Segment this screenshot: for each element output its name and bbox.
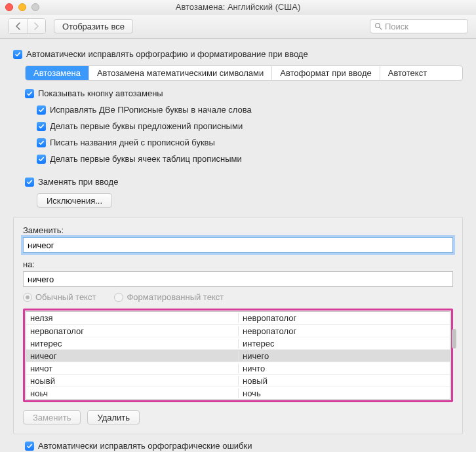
toolbar: Отобразить все Поиск xyxy=(0,14,476,39)
table-row[interactable]: ничотничто xyxy=(26,362,450,374)
svg-line-1 xyxy=(380,28,382,29)
nav-segment xyxy=(8,18,46,34)
table-cell-from: ноьч xyxy=(26,388,238,398)
checkbox-checked-icon xyxy=(37,105,46,115)
tab-autotext[interactable]: Автотекст xyxy=(380,66,435,80)
checkbox-checked-icon xyxy=(13,50,22,59)
replace-on-type-label: Заменять при вводе xyxy=(38,177,118,187)
table-cell-from: ноывй xyxy=(26,376,238,386)
content: Автоматически исправлять орфографию и фо… xyxy=(0,39,476,452)
plain-text-radio: Обычный текст xyxy=(23,292,96,302)
checkbox-checked-icon xyxy=(25,178,34,187)
tab-math-autoreplace[interactable]: Автозамена математическими символами xyxy=(89,66,272,80)
radio-icon xyxy=(114,293,123,302)
radio-icon xyxy=(23,293,32,302)
back-button[interactable] xyxy=(9,19,27,33)
exceptions-button[interactable]: Исключения... xyxy=(37,193,112,208)
tabbar: Автозамена Автозамена математическими си… xyxy=(25,66,463,81)
replacement-table[interactable]: нелзяневропатологнервопатологневропатоло… xyxy=(26,311,450,400)
titlebar: Автозамена: Английский (США) xyxy=(0,0,476,14)
main-autocorrect-label: Автоматически исправлять орфографию и фо… xyxy=(26,49,308,59)
table-cell-to: новый xyxy=(238,376,450,386)
delete-button-label: Удалить xyxy=(97,413,130,423)
table-caps-checkbox[interactable]: Делать первые буквы ячеек таблиц прописн… xyxy=(37,154,463,164)
with-label: на: xyxy=(23,259,453,269)
delete-button[interactable]: Удалить xyxy=(87,410,140,424)
format-radios: Обычный текст Форматированный текст xyxy=(23,292,453,302)
search-placeholder: Поиск xyxy=(385,22,408,31)
replace-input[interactable] xyxy=(23,237,453,253)
sentence-caps-checkbox[interactable]: Делать первые буквы предложений прописны… xyxy=(37,121,463,131)
sentence-caps-label: Делать первые буквы предложений прописны… xyxy=(50,121,243,131)
replace-on-type-checkbox[interactable]: Заменять при вводе xyxy=(25,177,463,187)
table-cell-to: ничего xyxy=(238,351,450,361)
replace-label: Заменить: xyxy=(23,225,453,235)
table-cell-from: нелзя xyxy=(26,313,238,323)
spellcheck-checkbox[interactable]: Автоматически исправлять орфографические… xyxy=(25,441,463,451)
tab-autoformat[interactable]: Автоформат при вводе xyxy=(272,66,380,80)
table-cell-to: невропатолог xyxy=(238,313,450,323)
show-all-label: Отобразить все xyxy=(62,22,125,31)
day-caps-label: Писать названия дней с прописной буквы xyxy=(50,138,215,147)
checkbox-checked-icon xyxy=(37,138,46,147)
window-title: Автозамена: Английский (США) xyxy=(0,2,476,12)
table-cell-to: ночь xyxy=(238,388,450,398)
search-input[interactable]: Поиск xyxy=(370,19,468,33)
table-row[interactable]: ничеогничего xyxy=(26,349,450,362)
forward-button xyxy=(27,19,45,33)
checkbox-checked-icon xyxy=(25,89,34,98)
show-all-button[interactable]: Отобразить все xyxy=(54,19,133,33)
replace-button-label: Заменить xyxy=(33,413,71,423)
main-autocorrect-checkbox-row[interactable]: Автоматически исправлять орфографию и фо… xyxy=(13,49,463,59)
replacement-table-highlight: нелзяневропатологнервопатологневропатоло… xyxy=(23,309,453,402)
plain-text-label: Обычный текст xyxy=(35,292,96,302)
checkbox-checked-icon xyxy=(25,442,34,451)
formatted-text-label: Форматированный текст xyxy=(127,292,224,302)
spellcheck-label: Автоматически исправлять орфографические… xyxy=(38,441,252,451)
table-row[interactable]: нитересинтерес xyxy=(26,337,450,349)
checkbox-checked-icon xyxy=(37,122,46,131)
table-row[interactable]: нервопатологневропатолог xyxy=(26,324,450,337)
two-caps-label: Исправлять ДВе ПРописные буквы в начале … xyxy=(50,105,252,115)
scrollbar-thumb[interactable] xyxy=(452,329,456,348)
checkbox-checked-icon xyxy=(37,155,46,164)
table-cell-to: интерес xyxy=(238,339,450,348)
table-row[interactable]: ноывйновый xyxy=(26,374,450,386)
table-cell-from: нервопатолог xyxy=(26,326,238,336)
table-row[interactable]: ноьчночь xyxy=(26,386,450,399)
table-cell-to: невропатолог xyxy=(238,326,450,336)
table-cell-to: ничто xyxy=(238,364,450,373)
search-icon xyxy=(374,22,382,30)
table-cell-from: нитерес xyxy=(26,339,238,348)
table-cell-from: ничеог xyxy=(26,351,238,361)
two-caps-checkbox[interactable]: Исправлять ДВе ПРописные буквы в начале … xyxy=(37,105,463,115)
table-cell-from: ничот xyxy=(26,364,238,373)
with-input[interactable] xyxy=(23,271,453,287)
formatted-text-radio: Форматированный текст xyxy=(114,292,224,302)
exceptions-label: Исключения... xyxy=(47,196,102,206)
day-caps-checkbox[interactable]: Писать названия дней с прописной буквы xyxy=(37,138,463,147)
tab-autoreplace[interactable]: Автозамена xyxy=(26,66,89,80)
replace-button: Заменить xyxy=(23,410,81,424)
replace-panel: Заменить: на: Обычный текст Форматирован… xyxy=(13,217,463,434)
table-row[interactable]: нелзяневропатолог xyxy=(26,312,450,324)
show-autocorrect-button-checkbox[interactable]: Показывать кнопку автозамены xyxy=(25,88,463,98)
show-autocorrect-button-label: Показывать кнопку автозамены xyxy=(38,88,163,98)
table-caps-label: Делать первые буквы ячеек таблиц прописн… xyxy=(50,154,242,164)
